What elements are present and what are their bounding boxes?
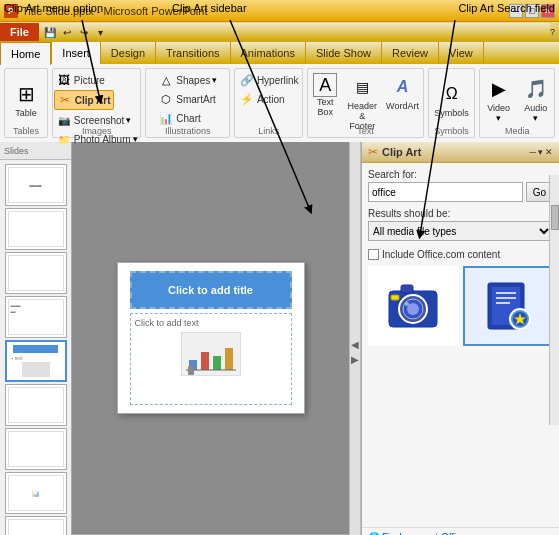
panel-divider[interactable]: ◀ ▶ <box>349 142 361 535</box>
slide-thumb-6[interactable]: 6 <box>5 384 67 426</box>
clip-art-cert-icon <box>474 273 542 339</box>
slide-clipart-image <box>181 332 241 376</box>
panel-minimize-btn[interactable]: ─ <box>530 147 536 157</box>
chart-button[interactable]: 📊 Chart <box>156 109 202 127</box>
slide-thumb-2[interactable]: 2 <box>5 208 67 250</box>
tab-view[interactable]: View <box>439 42 484 64</box>
save-quick-btn[interactable]: 💾 <box>43 25 57 39</box>
table-button[interactable]: ⊞ Table <box>9 78 43 120</box>
ribbon-content: ⊞ Table Tables 🖼 Picture ✂ Clip Art 📷 <box>0 64 559 142</box>
wordart-button[interactable]: A WordArt <box>384 71 420 113</box>
ribbon-group-illustrations: △ Shapes ▾ ⬡ SmartArt 📊 Chart Illustrati… <box>145 68 230 138</box>
svg-rect-7 <box>225 348 233 370</box>
picture-button[interactable]: 🖼 Picture <box>54 71 107 89</box>
clip-art-grid <box>368 266 553 346</box>
tab-home[interactable]: Home <box>0 42 51 65</box>
tab-transitions[interactable]: Transitions <box>156 42 230 64</box>
file-tab[interactable]: File <box>0 23 39 41</box>
search-input-row: Go <box>368 182 553 202</box>
slide-thumb-8[interactable]: 8 📊 <box>5 472 67 514</box>
slide-editing-area: Click to add title Click to add text <box>72 142 349 535</box>
checkbox-row: Include Office.com content <box>368 249 553 260</box>
slide-title-text: Click to add title <box>168 284 253 296</box>
main-area: Slides 1 ▬▬ 2 3 4 ▬▬▬ <box>0 142 559 535</box>
results-label: Results should be: <box>368 208 553 219</box>
slide-thumb-7[interactable]: 7 <box>5 428 67 470</box>
tab-review[interactable]: Review <box>382 42 439 64</box>
search-input[interactable] <box>368 182 523 202</box>
slide-thumb-5[interactable]: 5 • text <box>5 340 67 382</box>
clip-art-panel: ✂ Clip Art ─ ▾ ✕ Search for: Go Results … <box>361 142 559 535</box>
clip-art-panel-title: Clip Art <box>382 146 421 158</box>
title-bar-text: Title Slide.pptx - Microsoft PowerPoint <box>22 5 207 17</box>
illustrations-group-label: Illustrations <box>146 126 229 136</box>
redo-quick-btn[interactable]: ↪ <box>77 25 91 39</box>
symbols-button[interactable]: Ω Symbols <box>431 78 472 120</box>
media-group-label: Media <box>480 126 554 136</box>
title-bar-controls: ─ □ ✕ <box>509 4 555 18</box>
tables-group-label: Tables <box>5 126 47 136</box>
header-footer-button[interactable]: ▤ Header& Footer <box>343 71 381 133</box>
text-group-label: Text <box>308 126 423 136</box>
symbols-group-label: Symbols <box>429 126 474 136</box>
qa-dropdown[interactable]: ▾ <box>94 25 108 39</box>
results-select[interactable]: All media file types <box>368 221 553 241</box>
panel-title-bar: ✂ Clip Art ─ ▾ ✕ <box>362 142 559 163</box>
tab-slideshow[interactable]: Slide Show <box>306 42 382 64</box>
slide-thumb-1[interactable]: 1 ▬▬ <box>5 164 67 206</box>
slide-canvas: Click to add title Click to add text <box>117 262 305 414</box>
panel-body: Search for: Go Results should be: All me… <box>362 163 559 527</box>
close-button[interactable]: ✕ <box>541 4 555 18</box>
ribbon-tabs: Home Insert Design Transitions Animation… <box>0 42 559 64</box>
clip-art-button[interactable]: ✂ Clip Art <box>54 90 114 110</box>
audio-button[interactable]: 🎵 Audio ▾ <box>519 73 553 125</box>
panel-settings-btn[interactable]: ▾ <box>538 147 543 157</box>
slide-thumb-3[interactable]: 3 <box>5 252 67 294</box>
action-button[interactable]: ⚡ Action <box>237 90 287 108</box>
collapse-arrow-bottom: ▶ <box>351 354 359 365</box>
ribbon-group-media: ▶ Video ▾ 🎵 Audio ▾ Media <box>479 68 555 138</box>
tab-animations[interactable]: Animations <box>231 42 306 64</box>
panel-close-btn[interactable]: ✕ <box>545 147 553 157</box>
app-icon: P <box>4 4 18 18</box>
title-bar: P Title Slide.pptx - Microsoft PowerPoin… <box>0 0 559 22</box>
hyperlink-button[interactable]: 🔗 Hyperlink <box>237 71 301 89</box>
help-btn[interactable]: ? <box>550 27 555 37</box>
ribbon-group-text: A TextBox ▤ Header& Footer A WordArt Tex… <box>307 68 424 138</box>
ribbon-group-symbols: Ω Symbols Symbols <box>428 68 475 138</box>
smartart-button[interactable]: ⬡ SmartArt <box>156 90 217 108</box>
textbox-button[interactable]: A TextBox <box>310 71 340 119</box>
tab-design[interactable]: Design <box>101 42 156 64</box>
svg-rect-5 <box>201 352 209 370</box>
tab-insert[interactable]: Insert <box>51 42 101 64</box>
video-button[interactable]: ▶ Video ▾ <box>482 73 516 125</box>
panel-scroll-thumb <box>551 205 559 230</box>
images-group-label: Images <box>53 126 140 136</box>
svg-rect-15 <box>401 285 413 293</box>
slides-panel: 1 ▬▬ 2 3 4 ▬▬▬ 5 <box>0 160 72 535</box>
clip-art-panel-icon: ✂ <box>368 145 378 159</box>
svg-rect-6 <box>213 356 221 370</box>
panel-footer: 🌐 Find more at Office.com 💡 Hints for fi… <box>362 527 559 535</box>
undo-quick-btn[interactable]: ↩ <box>60 25 74 39</box>
clip-art-camera-icon <box>379 273 447 339</box>
slide-content-box[interactable]: Click to add text <box>130 313 292 405</box>
search-label: Search for: <box>368 169 553 180</box>
slide-content-text: Click to add text <box>135 318 287 328</box>
panel-scrollbar[interactable] <box>549 175 559 425</box>
svg-rect-10 <box>188 370 194 375</box>
shapes-button[interactable]: △ Shapes ▾ <box>156 71 219 89</box>
minimize-button[interactable]: ─ <box>509 4 523 18</box>
clip-art-item-1[interactable] <box>368 266 459 346</box>
ribbon-group-links: 🔗 Hyperlink ⚡ Action Links <box>234 68 303 138</box>
slide-thumb-4[interactable]: 4 ▬▬▬ <box>5 296 67 338</box>
slide-thumb-9[interactable]: 9 <box>5 516 67 535</box>
clip-art-item-2[interactable] <box>463 266 554 346</box>
panel-controls: ─ ▾ ✕ <box>530 147 553 157</box>
checkbox-label: Include Office.com content <box>382 249 500 260</box>
ribbon-group-tables: ⊞ Table Tables <box>4 68 48 138</box>
links-group-label: Links <box>235 126 302 136</box>
office-com-checkbox[interactable] <box>368 249 379 260</box>
maximize-button[interactable]: □ <box>525 4 539 18</box>
slide-title-box[interactable]: Click to add title <box>130 271 292 309</box>
